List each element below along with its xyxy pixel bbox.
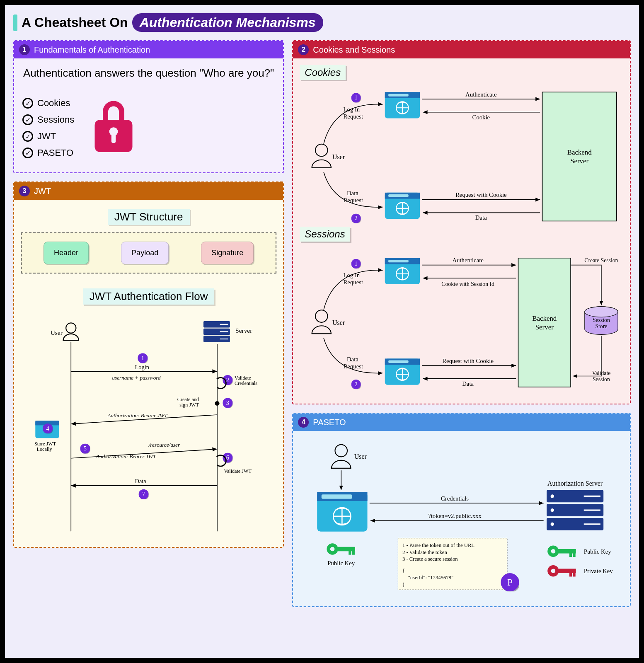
list-item: PASETO [37, 148, 73, 158]
cookie-label: Cookie [472, 114, 490, 121]
svg-point-68 [585, 307, 618, 317]
panel-header-4: PASETO [313, 418, 346, 427]
svg-point-106 [551, 523, 554, 526]
jwt-login: Login [135, 364, 149, 370]
svg-text:Validate: Validate [592, 370, 611, 377]
sessions-user: User [332, 319, 345, 326]
browser-icon [317, 492, 368, 532]
browser-icon [385, 359, 420, 385]
svg-text:Private Key: Private Key [584, 568, 613, 574]
panel-num-1: 1 [19, 44, 30, 55]
step-6: 6 [223, 453, 232, 463]
svg-point-25 [315, 144, 328, 157]
step-2: 2 [223, 375, 232, 385]
svg-point-48 [315, 310, 328, 322]
svg-text:Create Session: Create Session [585, 257, 618, 264]
key-icon [327, 544, 356, 555]
browser-icon [385, 193, 420, 219]
user-icon [312, 310, 331, 334]
server-icon [203, 321, 230, 342]
svg-text:}: } [402, 582, 405, 588]
jwt-structure-title: JWT Structure [108, 209, 190, 225]
jwt-cred: username + password [112, 375, 161, 381]
svg-text:Data: Data [347, 356, 358, 363]
svg-text:User: User [354, 453, 367, 460]
sessions-label: Sessions [300, 227, 350, 242]
chip-signature: Signature [201, 242, 254, 264]
cookies-flow-diagram: User 1 Log In Request 2 Data Request [300, 82, 623, 227]
svg-text:?token=v2.public.xxx: ?token=v2.public.xxx [428, 513, 482, 519]
title-highlight: Authentication Mechanisms [132, 13, 323, 32]
cookies-user: User [332, 153, 345, 160]
chip-payload: Payload [121, 242, 169, 264]
check-icon: ✓ [22, 131, 33, 142]
step-3: 3 [223, 398, 232, 408]
svg-rect-110 [573, 553, 576, 557]
p-badge: P [501, 573, 519, 591]
svg-text:Cookie with Session Id: Cookie with Session Id [442, 281, 495, 287]
browser-icon [385, 92, 420, 118]
svg-text:Session: Session [593, 317, 610, 323]
cookies-label: Cookies [300, 65, 346, 80]
jwt-user-label: User [51, 329, 63, 336]
user-icon [63, 323, 79, 340]
title-accent-bar [13, 15, 17, 31]
svg-rect-116 [573, 572, 576, 577]
svg-text:Data: Data [462, 380, 474, 387]
step-1: 1 [138, 353, 148, 363]
svg-text:Backend: Backend [567, 148, 592, 156]
panel-paseto: 4 PASETO User [292, 413, 631, 607]
list-item: Sessions [37, 114, 74, 125]
svg-text:3 - Create a secure session: 3 - Create a secure session [402, 557, 458, 562]
svg-point-117 [551, 569, 556, 573]
panel-fundamentals: 1 Fundamentals of Authentication Authent… [13, 40, 284, 173]
svg-rect-87 [322, 494, 352, 499]
sessions-flow-diagram: User 1 Log In Request 2 Data Request [300, 244, 623, 397]
svg-text:Store: Store [596, 323, 608, 329]
svg-text:Credentials: Credentials [235, 380, 257, 386]
svg-rect-93 [349, 551, 351, 555]
svg-text:Backend: Backend [533, 315, 557, 322]
jwt-server-label: Server [235, 327, 252, 334]
svg-point-105 [551, 508, 554, 512]
svg-point-3 [66, 323, 76, 333]
jwt-bearer: Authorization: Bearer JWT [107, 412, 168, 419]
svg-text:Request: Request [344, 363, 363, 370]
step-badge: 1 [351, 259, 361, 269]
lock-icon [87, 92, 140, 158]
svg-point-82 [335, 445, 348, 457]
svg-text:Session: Session [593, 376, 610, 382]
backend-server-box [542, 92, 617, 221]
list-item: JWT [37, 131, 56, 142]
jwt-bearer2: Authorization: Bearer JWT [96, 453, 157, 460]
svg-text:Store JWT: Store JWT [34, 441, 56, 447]
svg-point-95 [330, 547, 335, 552]
svg-rect-61 [388, 361, 409, 363]
svg-text:Validate: Validate [235, 375, 251, 381]
svg-text:Authenticate: Authenticate [453, 257, 484, 264]
svg-point-17 [215, 401, 220, 406]
svg-rect-55 [388, 260, 409, 262]
panel-header-3: JWT [34, 186, 51, 196]
key-icon [547, 565, 576, 576]
authenticate-label: Authenticate [465, 91, 497, 98]
svg-text:Request: Request [344, 113, 363, 120]
jwt-structure-box: Header Payload Signature [21, 232, 276, 273]
jwt-resource: /resource/user [148, 442, 180, 448]
server-icon [547, 490, 603, 530]
step-5: 5 [80, 443, 90, 453]
step-badge: 2 [351, 213, 361, 223]
svg-text:Request: Request [344, 279, 363, 286]
svg-text:Server: Server [535, 323, 554, 331]
paseto-diagram: User [300, 438, 623, 599]
jwt-data: Data [135, 478, 147, 484]
user-icon [312, 144, 331, 168]
check-icon: ✓ [22, 114, 33, 125]
svg-rect-115 [569, 572, 572, 577]
auth-types-list: ✓Cookies ✓Sessions ✓JWT ✓PASETO [22, 92, 74, 164]
svg-text:Log In: Log In [344, 272, 360, 278]
backend-server-box [518, 258, 571, 387]
panel-header-2: Cookies and Sessions [313, 45, 395, 55]
svg-text:Credentials: Credentials [441, 495, 469, 502]
step-badge: 2 [351, 380, 361, 389]
